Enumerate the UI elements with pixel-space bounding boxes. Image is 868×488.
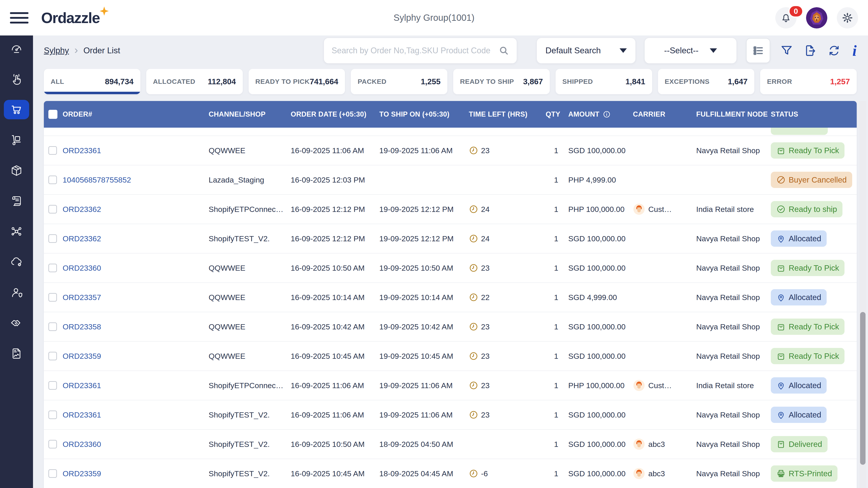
sidebar-item-reports[interactable] bbox=[4, 344, 29, 363]
col-node[interactable]: FULFILLMENT NODE bbox=[696, 110, 771, 119]
qty-cell: 1 bbox=[546, 440, 561, 449]
tab-error[interactable]: ERROR1,257 bbox=[760, 69, 857, 94]
order-link[interactable]: ORD23359 bbox=[63, 352, 101, 360]
row-checkbox[interactable] bbox=[49, 440, 57, 449]
sidebar-item-orders[interactable] bbox=[4, 100, 29, 119]
row-checkbox[interactable] bbox=[49, 175, 57, 184]
row-checkbox[interactable] bbox=[49, 293, 57, 302]
brand-logo[interactable]: Ordazzle bbox=[41, 9, 100, 26]
col-order-date[interactable]: ORDER DATE (+05:30) bbox=[291, 110, 379, 119]
tab-allocated[interactable]: ALLOCATED112,804 bbox=[146, 69, 243, 94]
row-checkbox[interactable] bbox=[49, 411, 57, 419]
tab-count: 3,867 bbox=[523, 77, 543, 86]
avatar[interactable] bbox=[806, 7, 827, 29]
order-link[interactable]: ORD23362 bbox=[63, 234, 101, 243]
table-row[interactable]: ORD23361 ShopifyTEST_V2. 16-09-2025 11:0… bbox=[44, 400, 857, 430]
sidebar-item-inventory[interactable] bbox=[4, 161, 29, 180]
sidebar-item-dashboard[interactable] bbox=[4, 39, 29, 58]
list-view-button[interactable] bbox=[746, 38, 770, 63]
tab-exceptions[interactable]: EXCEPTIONS1,647 bbox=[658, 69, 754, 94]
search-box bbox=[323, 37, 517, 64]
amount-cell: SGD 4,999.00 bbox=[561, 293, 633, 302]
row-checkbox[interactable] bbox=[49, 469, 57, 478]
tab-shipped[interactable]: SHIPPED1,841 bbox=[556, 69, 652, 94]
settings-button[interactable] bbox=[837, 7, 858, 29]
amount-cell: PHP 100,000.00 bbox=[561, 381, 633, 390]
col-qty[interactable]: QTY bbox=[546, 110, 561, 119]
col-status[interactable]: STATUS bbox=[771, 110, 857, 119]
topbar: Ordazzle Sylphy Group(1001) 0 bbox=[0, 0, 868, 35]
table-row[interactable]: ORD23358 QQWWEE 16-09-2025 10:42 AM 19-0… bbox=[44, 312, 857, 341]
order-link[interactable]: ORD23360 bbox=[63, 264, 101, 272]
table-row[interactable]: ORD23362 ShopifyETPConnec… 16-09-2025 12… bbox=[44, 195, 857, 224]
table-row[interactable]: ORD23361 QQWWEE 16-09-2025 11:06 AM 19-0… bbox=[44, 136, 857, 165]
col-time-left[interactable]: TIME LEFT (HRS) bbox=[469, 110, 546, 119]
table-row[interactable]: 1040568578755852 Lazada_Staging 16-09-20… bbox=[44, 165, 857, 195]
order-link[interactable]: ORD23357 bbox=[63, 293, 101, 302]
table-row[interactable]: ORD23360 ShopifyTEST_V2. 16-09-2025 10:5… bbox=[44, 430, 857, 459]
menu-icon[interactable] bbox=[10, 12, 29, 24]
ship-on-cell: 18-09-2025 04:45 AM bbox=[379, 469, 469, 478]
order-link[interactable]: ORD23361 bbox=[63, 146, 101, 155]
time-left-cell: 23 bbox=[469, 322, 546, 331]
tab-ready-to-pick[interactable]: READY TO PICK741,664 bbox=[249, 69, 345, 94]
sidebar-item-catalog[interactable] bbox=[4, 191, 29, 211]
refresh-icon[interactable] bbox=[828, 44, 841, 57]
info-icon[interactable]: i bbox=[852, 43, 857, 58]
sidebar-item-tap-select[interactable] bbox=[4, 69, 29, 89]
order-link[interactable]: 1040568578755852 bbox=[63, 175, 131, 184]
order-link[interactable]: ORD23361 bbox=[63, 381, 101, 390]
saved-search-select[interactable]: Default Search bbox=[536, 37, 636, 64]
row-checkbox[interactable] bbox=[49, 322, 57, 331]
table-row[interactable]: ORD23357 QQWWEE 16-09-2025 10:14 AM 19-0… bbox=[44, 283, 857, 312]
node-cell: India Retail store bbox=[696, 381, 771, 390]
row-checkbox[interactable] bbox=[49, 234, 57, 243]
select-all-checkbox[interactable] bbox=[49, 110, 57, 119]
order-link[interactable]: ORD23361 bbox=[63, 411, 101, 419]
table-row[interactable]: ORD23359 QQWWEE 16-09-2025 10:45 AM 19-0… bbox=[44, 341, 857, 371]
sidebar-item-integrations[interactable] bbox=[4, 222, 29, 241]
tab-ready-to-ship[interactable]: READY TO SHIP3,867 bbox=[453, 69, 550, 94]
notifications-button[interactable]: 0 bbox=[775, 7, 797, 29]
row-checkbox[interactable] bbox=[49, 352, 57, 360]
col-ship-on[interactable]: TO SHIP ON (+05:30) bbox=[379, 110, 469, 119]
sidebar-item-cloud[interactable] bbox=[4, 252, 29, 272]
qty-cell: 1 bbox=[546, 146, 561, 155]
table-row[interactable]: ORD23360 QQWWEE 16-09-2025 10:50 AM 19-0… bbox=[44, 254, 857, 283]
order-link[interactable]: ORD23362 bbox=[63, 205, 101, 214]
tab-all[interactable]: ALL894,734 bbox=[44, 69, 141, 94]
row-checkbox[interactable] bbox=[49, 146, 57, 155]
col-channel[interactable]: CHANNEL/SHOP bbox=[209, 110, 291, 119]
vertical-scrollbar[interactable] bbox=[860, 101, 866, 488]
channel-cell: ShopifyTEST_V2. bbox=[209, 440, 291, 449]
table-row[interactable]: ORD23359 ShopifyTEST_V2. 16-09-2025 10:4… bbox=[44, 459, 857, 488]
row-checkbox[interactable] bbox=[49, 205, 57, 214]
breadcrumb-root[interactable]: Sylphy bbox=[44, 46, 69, 55]
search-icon[interactable] bbox=[499, 45, 509, 56]
bulk-action-select[interactable]: --Select-- bbox=[644, 37, 737, 64]
sidebar-item-delivery[interactable] bbox=[4, 130, 29, 150]
tab-packed[interactable]: PACKED1,255 bbox=[351, 69, 447, 94]
search-input[interactable] bbox=[332, 46, 499, 55]
order-link[interactable]: ORD23358 bbox=[63, 322, 101, 331]
filter-icon[interactable] bbox=[780, 44, 793, 57]
sidebar-item-partners[interactable] bbox=[4, 313, 29, 333]
col-carrier[interactable]: CARRIER bbox=[633, 110, 696, 119]
tab-label: ERROR bbox=[767, 78, 792, 86]
bag-icon bbox=[776, 146, 786, 155]
row-checkbox[interactable] bbox=[49, 264, 57, 272]
order-link[interactable]: ORD23360 bbox=[63, 440, 101, 449]
order-date-cell: 16-09-2025 10:42 AM bbox=[291, 322, 379, 331]
export-icon[interactable] bbox=[804, 44, 817, 57]
col-order[interactable]: ORDER# bbox=[63, 110, 209, 119]
order-link[interactable]: ORD23359 bbox=[63, 469, 101, 478]
info-circle-icon[interactable] bbox=[602, 110, 611, 119]
col-amount[interactable]: AMOUNT bbox=[561, 110, 633, 119]
scrollbar-thumb[interactable] bbox=[860, 312, 866, 465]
sidebar-item-users[interactable] bbox=[4, 283, 29, 302]
table-body: ORD23361 QQWWEE 16-09-2025 11:06 AM 19-0… bbox=[44, 136, 857, 488]
table-row[interactable]: ORD23361 ShopifyETPConnec… 16-09-2025 11… bbox=[44, 371, 857, 400]
delivery-trolley-icon bbox=[10, 133, 23, 147]
row-checkbox[interactable] bbox=[49, 381, 57, 390]
table-row[interactable]: ORD23362 ShopifyTEST_V2. 16-09-2025 12:1… bbox=[44, 224, 857, 254]
